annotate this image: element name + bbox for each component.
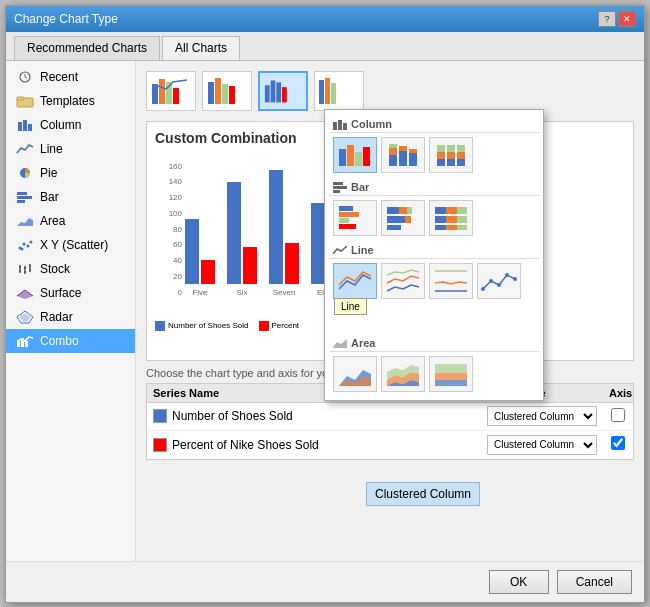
svg-rect-55 (389, 144, 397, 148)
series-color-1 (153, 438, 167, 452)
svg-marker-27 (20, 314, 30, 321)
series-label-1: Percent of Nike Shoes Sold (172, 438, 319, 452)
thumb-chart-3[interactable] (258, 71, 308, 111)
svg-rect-105 (435, 364, 467, 373)
svg-rect-40 (271, 80, 276, 102)
tab-all-charts[interactable]: All Charts (162, 36, 240, 60)
sidebar-item-radar[interactable]: Radar (6, 305, 135, 329)
svg-point-93 (497, 283, 501, 287)
pie-chart-icon (16, 166, 34, 180)
svg-rect-34 (173, 88, 179, 104)
panel-icon-100-stacked-bar[interactable] (429, 200, 473, 236)
svg-rect-42 (282, 87, 287, 102)
series-chart-type-select-0[interactable]: Clustered Column Line Area (487, 406, 597, 426)
tooltip-text: Line (341, 301, 360, 312)
thumb-chart-1[interactable] (146, 71, 196, 111)
100-stacked-bar-icon (433, 204, 469, 232)
panel-icon-stacked-area[interactable] (381, 356, 425, 392)
bar-pair-seven: Seven (269, 170, 299, 297)
panel-icon-stacked-bar[interactable] (381, 200, 425, 236)
column-section-icon (333, 118, 347, 130)
sidebar-item-combo[interactable]: Combo (6, 329, 135, 353)
sidebar-item-recent[interactable]: Recent (6, 65, 135, 89)
svg-rect-74 (339, 218, 349, 223)
svg-rect-88 (435, 225, 446, 230)
legend-color-red (259, 321, 269, 331)
panel-icon-stacked-line[interactable] (381, 263, 425, 299)
svg-rect-56 (399, 151, 407, 166)
svg-rect-71 (333, 190, 340, 193)
sidebar-item-column[interactable]: Column (6, 113, 135, 137)
bar-red-six (243, 247, 257, 284)
svg-rect-80 (405, 216, 411, 223)
thumb-chart-2[interactable] (202, 71, 252, 111)
svg-point-95 (513, 277, 517, 281)
panel-icon-clustered-column[interactable] (333, 137, 377, 173)
sidebar-label-stock: Stock (40, 262, 70, 276)
panel-icon-100-stacked-column[interactable] (429, 137, 473, 173)
svg-rect-50 (347, 145, 354, 166)
svg-rect-85 (435, 216, 446, 223)
tabs-bar: Recommended Charts All Charts (6, 32, 644, 61)
svg-rect-39 (265, 85, 270, 102)
panel-icon-line-markers[interactable] (477, 263, 521, 299)
dialog-footer: OK Cancel (6, 561, 644, 602)
series-axis-cell-1 (603, 433, 633, 456)
svg-point-91 (481, 287, 485, 291)
panel-area-title: Area (351, 337, 375, 349)
sidebar-item-stock[interactable]: Stock (6, 257, 135, 281)
panel-section-line: Line (329, 240, 539, 259)
svg-rect-11 (17, 200, 25, 203)
panel-bar-icons (329, 196, 539, 240)
bar-blue-five (185, 219, 199, 284)
svg-rect-44 (325, 78, 330, 104)
panel-icon-100-stacked-line[interactable] (429, 263, 473, 299)
stacked-area-icon (385, 360, 421, 388)
combo-chart-icon (16, 334, 34, 348)
svg-rect-59 (409, 149, 417, 153)
svg-rect-10 (17, 196, 32, 199)
panel-icon-line[interactable] (333, 263, 377, 299)
sidebar-item-pie[interactable]: Pie (6, 161, 135, 185)
panel-icon-stacked-column[interactable] (381, 137, 425, 173)
sidebar-item-xy-scatter[interactable]: X Y (Scatter) (6, 233, 135, 257)
panel-icon-clustered-bar[interactable] (333, 200, 377, 236)
sidebar-label-area: Area (40, 214, 65, 228)
sidebar-item-surface[interactable]: Surface (6, 281, 135, 305)
bar-pair-six: Six (227, 182, 257, 297)
cancel-button[interactable]: Cancel (557, 570, 632, 594)
panel-icon-area[interactable] (333, 356, 377, 392)
svg-rect-64 (447, 152, 455, 159)
sidebar-item-bar[interactable]: Bar (6, 185, 135, 209)
stock-chart-icon (16, 262, 34, 276)
sidebar-item-area[interactable]: Area (6, 209, 135, 233)
svg-point-13 (23, 242, 26, 245)
svg-rect-5 (18, 122, 22, 131)
bar-blue-seven (269, 170, 283, 284)
panel-bar-title: Bar (351, 181, 369, 193)
series-axis-checkbox-0[interactable] (611, 408, 625, 422)
panel-icon-100-stacked-area[interactable] (429, 356, 473, 392)
help-button[interactable]: ? (598, 11, 616, 27)
line-tooltip: Line (334, 298, 367, 315)
panel-line-title: Line (351, 244, 374, 256)
line-with-markers-icon (481, 267, 517, 295)
svg-rect-6 (23, 120, 27, 131)
close-button[interactable]: ✕ (618, 11, 636, 27)
title-bar: Change Chart Type ? ✕ (6, 6, 644, 32)
ok-button[interactable]: OK (489, 570, 549, 594)
svg-rect-53 (389, 155, 397, 166)
series-chart-type-select-1[interactable]: Clustered Column Line Area (487, 435, 597, 455)
change-chart-type-dialog: Change Chart Type ? ✕ Recommended Charts… (5, 5, 645, 603)
tab-recommended-charts[interactable]: Recommended Charts (14, 36, 160, 60)
series-axis-checkbox-1[interactable] (611, 436, 625, 450)
panel-column-title: Column (351, 118, 392, 130)
thumb-chart-4[interactable] (314, 71, 364, 111)
line-chart-icon (16, 142, 34, 156)
sidebar-item-templates[interactable]: Templates (6, 89, 135, 113)
svg-rect-68 (457, 145, 465, 152)
series-chart-cell-0[interactable]: Clustered Column Line Area (483, 403, 603, 429)
sidebar-item-line[interactable]: Line (6, 137, 135, 161)
series-chart-cell-1[interactable]: Clustered Column Line Area (483, 432, 603, 458)
clustered-bar-icon (337, 204, 373, 232)
